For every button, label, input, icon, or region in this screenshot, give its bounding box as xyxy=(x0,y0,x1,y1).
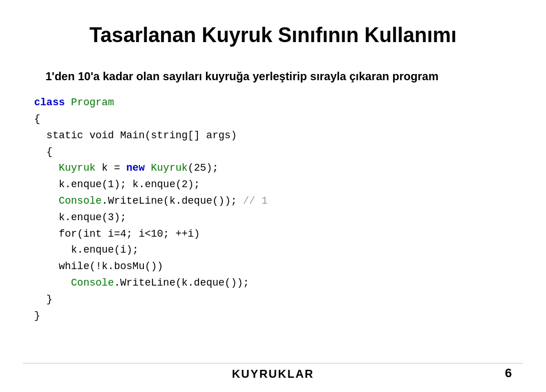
code-line-class: class Program xyxy=(34,94,512,111)
code-line-for: for(int i=4; i<10; ++i) xyxy=(34,226,512,242)
code-line-writeline2: Console.WriteLine(k.deque()); xyxy=(34,275,512,291)
kuyruk-type: Kuyruk xyxy=(59,162,96,174)
code-line-enque3: k.enque(3); xyxy=(34,209,512,226)
console-ref-1: Console xyxy=(59,195,102,207)
code-line-while: while(!k.bosMu()) xyxy=(34,258,512,275)
footer: KUYRUKLAR xyxy=(0,368,546,381)
slide-container: Tasarlanan Kuyruk Sınıfının Kullanımı 1'… xyxy=(0,0,546,392)
footer-label: KUYRUKLAR xyxy=(232,368,315,381)
code-line-enque-i: k.enque(i); xyxy=(34,242,512,258)
comment-1: // 1 xyxy=(243,195,267,207)
keyword-class: class xyxy=(34,97,65,108)
slide-title: Tasarlanan Kuyruk Sınıfının Kullanımı xyxy=(34,23,512,47)
code-line-kuyruk-init: Kuyruk k = new Kuyruk(25); xyxy=(34,160,512,176)
footer-divider xyxy=(23,363,523,364)
code-line-close-brace1: } xyxy=(34,308,512,324)
kuyruk-constructor: Kuyruk xyxy=(151,162,188,174)
class-name-program: Program xyxy=(71,97,114,108)
code-line-enque-12: k.enque(1); k.enque(2); xyxy=(34,176,512,193)
subtitle-text: 1'den 10'a kadar olan sayıları kuyruğa y… xyxy=(46,70,512,83)
code-block: class Program { static void Main(string[… xyxy=(34,94,512,324)
code-line-brace1: { xyxy=(34,111,512,127)
page-number: 6 xyxy=(505,366,512,381)
code-line-writeline1: Console.WriteLine(k.deque()); // 1 xyxy=(34,193,512,209)
code-line-close-brace2: } xyxy=(34,291,512,308)
console-ref-2: Console xyxy=(71,277,114,288)
code-line-brace2: { xyxy=(34,144,512,160)
code-line-method: static void Main(string[] args) xyxy=(34,127,512,144)
keyword-new: new xyxy=(126,162,144,174)
